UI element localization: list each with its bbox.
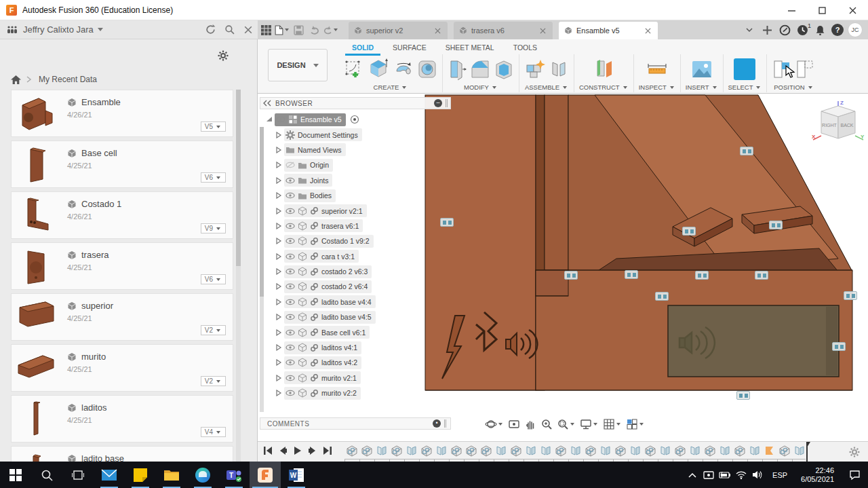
timeline-feature-joint-icon[interactable] — [659, 445, 671, 457]
file-explorer-app-icon[interactable] — [156, 462, 187, 488]
new-tab-button[interactable] — [758, 21, 776, 39]
timeline-feature-component-icon[interactable] — [346, 445, 358, 457]
document-tab-trasera-v6[interactable]: trasera v6 — [454, 22, 553, 39]
timeline-feature-joint-icon[interactable] — [406, 445, 418, 457]
ribbon-tab-solid[interactable]: SOLID — [342, 42, 383, 54]
help-icon[interactable]: ? — [829, 21, 846, 39]
word-app-icon[interactable]: W — [281, 462, 312, 488]
browser-folder-pill[interactable]: Document Settings — [284, 128, 362, 141]
tab-close-icon[interactable] — [433, 26, 442, 35]
expand-triangle-icon[interactable] — [273, 390, 284, 396]
timeline-feature-component-icon[interactable] — [778, 445, 791, 457]
item-version-dropdown[interactable]: V2 — [201, 325, 226, 335]
browser-panel-header[interactable]: BROWSER – — [260, 97, 451, 109]
construct-group-label[interactable]: CONSTRUCT — [579, 83, 629, 92]
item-version-dropdown[interactable]: V4 — [201, 427, 226, 437]
timeline-feature-component-icon[interactable] — [361, 445, 373, 457]
item-version-dropdown[interactable]: V6 — [201, 274, 226, 284]
browser-component-superior-v2-1[interactable]: superior v2:1 — [260, 203, 451, 218]
joint-marker-icon[interactable] — [695, 271, 709, 280]
joint-marker-icon[interactable] — [682, 227, 696, 236]
visibility-eye-icon[interactable] — [285, 375, 295, 381]
look-at-icon[interactable] — [508, 418, 520, 430]
joint-marker-icon[interactable] — [655, 292, 669, 301]
action-center-icon[interactable] — [841, 470, 868, 481]
browser-component-pill[interactable]: cara t v3:1 — [284, 250, 359, 263]
select-group-label[interactable]: SELECT — [728, 83, 762, 92]
timeline-feature-component-icon[interactable] — [420, 445, 433, 457]
browser-component-pill[interactable]: trasera v6:1 — [284, 219, 363, 232]
browser-component-trasera-v6-1[interactable]: trasera v6:1 — [260, 219, 451, 233]
user-dropdown-caret[interactable] — [98, 28, 103, 31]
browser-folder-origin[interactable]: Origin — [260, 157, 451, 172]
visibility-eye-icon[interactable] — [285, 192, 295, 199]
joint-marker-icon[interactable] — [564, 271, 578, 280]
visibility-eye-icon[interactable] — [285, 238, 295, 244]
browser-scrollbar[interactable] — [260, 127, 264, 412]
inspect-group-label[interactable]: INSPECT — [639, 83, 675, 92]
visibility-eye-icon[interactable] — [285, 329, 295, 336]
extrude-button[interactable] — [367, 58, 390, 81]
revert-position-button[interactable] — [795, 58, 815, 80]
home-icon[interactable] — [11, 75, 21, 84]
joint-marker-icon[interactable] — [755, 271, 768, 280]
position-group-label[interactable]: POSITION — [774, 83, 813, 92]
joint-marker-icon[interactable] — [740, 147, 753, 155]
visibility-eye-icon[interactable] — [285, 344, 295, 351]
browser-component-pill[interactable]: Costado 1 v9:2 — [284, 235, 374, 248]
comments-panel-header[interactable]: COMMENTS • — [260, 417, 451, 430]
zoom-icon[interactable] — [540, 418, 553, 430]
timeline-feature-flag-icon[interactable] — [764, 445, 776, 457]
timeline-feature-component-icon[interactable] — [644, 445, 656, 457]
tray-cast-icon[interactable] — [701, 470, 717, 480]
expand-triangle-icon[interactable] — [273, 344, 284, 351]
document-tab-superior-v2[interactable]: superior v2 — [349, 22, 448, 39]
visibility-eye-icon[interactable] — [285, 314, 295, 320]
browser-root-item[interactable]: Ensamble v5 — [275, 113, 346, 126]
data-item-ensamble[interactable]: Ensamble4/26/21V5 — [11, 90, 233, 137]
workspace-selector[interactable]: DESIGN — [268, 49, 328, 81]
data-panel-settings-gear-icon[interactable] — [218, 50, 229, 61]
tray-volume-icon[interactable] — [749, 470, 766, 479]
timeline-feature-component-icon[interactable] — [585, 445, 597, 457]
close-data-panel-button[interactable] — [239, 20, 258, 39]
timeline-position-marker[interactable] — [802, 442, 812, 462]
expand-triangle-icon[interactable] — [273, 223, 284, 229]
timeline-feature-component-icon[interactable] — [614, 445, 627, 457]
show-data-panel-button[interactable] — [258, 20, 274, 39]
tray-chevron-icon[interactable] — [684, 472, 701, 478]
expand-triangle-icon[interactable] — [273, 299, 284, 305]
timeline-feature-joint-icon[interactable] — [540, 445, 552, 457]
close-button[interactable] — [837, 0, 868, 20]
browser-component-murito-v2-1[interactable]: murito v2:1 — [260, 371, 451, 386]
browser-folder-bodies[interactable]: Bodies — [260, 188, 451, 203]
grid-settings-icon[interactable] — [603, 418, 622, 430]
timeline-feature-joint-icon[interactable] — [570, 445, 582, 457]
ribbon-tab-tools[interactable]: TOOLS — [504, 42, 547, 54]
browser-component-ladito-base-v4-5[interactable]: ladito base v4:5 — [260, 309, 451, 324]
extensions-icon[interactable] — [776, 21, 793, 39]
browser-component-pill[interactable]: costado 2 v6:4 — [284, 280, 372, 293]
hole-button[interactable] — [417, 59, 437, 79]
data-item-costado-1[interactable]: Costado 14/26/21V9 — [11, 191, 233, 239]
maximize-button[interactable] — [807, 0, 837, 20]
joint-marker-icon[interactable] — [736, 391, 750, 400]
minimize-button[interactable] — [776, 0, 807, 20]
refresh-button[interactable] — [201, 20, 220, 39]
expand-triangle-icon[interactable] — [273, 375, 284, 381]
job-status-icon[interactable]: 1 — [793, 21, 811, 39]
data-item-base-cell[interactable]: Base cell4/25/21V6 — [11, 140, 233, 188]
fusion360-taskbar-icon[interactable] — [250, 462, 281, 488]
visibility-eye-icon[interactable] — [285, 390, 295, 396]
browser-component-pill[interactable]: murito v2:2 — [284, 387, 361, 400]
tab-close-icon[interactable] — [643, 26, 652, 35]
browser-folder-document-settings[interactable]: Document Settings — [260, 127, 451, 142]
visibility-eye-icon[interactable] — [285, 283, 295, 290]
browser-component-ladito-base-v4-4[interactable]: ladito base v4:4 — [260, 295, 451, 309]
browser-folder-pill[interactable]: Origin — [284, 159, 333, 172]
insert-group-label[interactable]: INSERT — [686, 83, 718, 92]
expand-triangle-icon[interactable] — [273, 208, 284, 214]
display-settings-icon[interactable] — [580, 418, 599, 430]
taskbar-search-button[interactable] — [31, 462, 62, 488]
timeline-feature-joint-icon[interactable] — [495, 445, 507, 457]
